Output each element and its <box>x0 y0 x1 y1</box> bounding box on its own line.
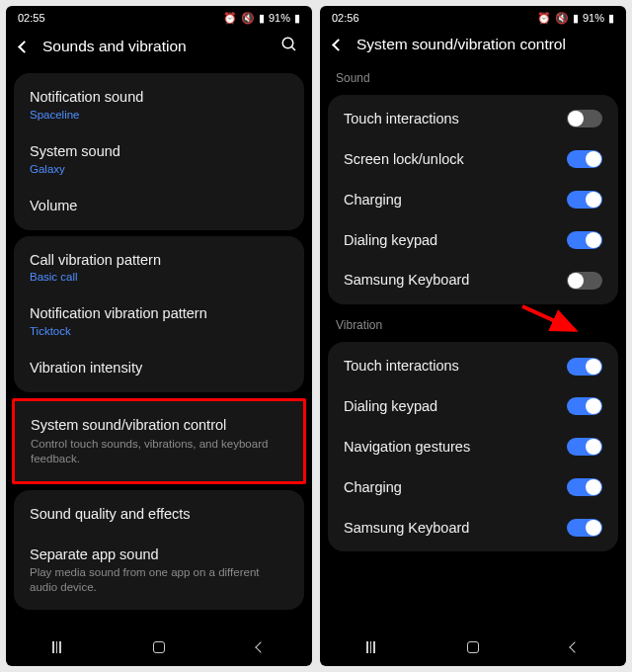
status-bar: 02:55 ⏰ 🔇 ▮ 91% ▮ <box>6 6 312 30</box>
row-label: Navigation gestures <box>344 438 557 457</box>
settings-row[interactable]: Samsung Keyboard <box>328 508 618 548</box>
battery-pct: 91% <box>583 12 604 24</box>
toggle-switch[interactable] <box>567 150 602 168</box>
nav-back[interactable] <box>245 637 276 657</box>
settings-row[interactable]: Separate app soundPlay media sound from … <box>14 535 304 607</box>
toggle-switch[interactable] <box>567 231 602 249</box>
battery-icon: ▮ <box>294 12 300 25</box>
row-subtitle: Play media sound from one app on a diffe… <box>30 565 288 595</box>
toggle-switch[interactable] <box>567 272 602 290</box>
back-icon[interactable] <box>18 41 31 53</box>
row-label: Notification vibration pattern <box>30 304 288 323</box>
row-label: Separate app sound <box>30 546 288 564</box>
row-label: Vibration intensity <box>30 359 288 378</box>
row-label: System sound/vibration control <box>31 416 287 435</box>
settings-row[interactable]: System sound/vibration controlControl to… <box>15 405 303 477</box>
row-value: Ticktock <box>30 325 288 337</box>
status-icons: ⏰ 🔇 ▮ 91% ▮ <box>223 12 300 25</box>
settings-row[interactable]: Call vibration patternBasic call <box>14 240 304 294</box>
row-label: Call vibration pattern <box>30 251 288 270</box>
status-time: 02:55 <box>18 12 45 24</box>
phone-right: 02:56 ⏰ 🔇 ▮ 91% ▮ System sound/vibration… <box>320 6 626 666</box>
row-label: Samsung Keyboard <box>344 519 557 538</box>
row-label: Samsung Keyboard <box>344 271 557 290</box>
alarm-icon: ⏰ <box>537 12 551 25</box>
toggle-switch[interactable] <box>567 397 602 415</box>
battery-icon: ▮ <box>608 12 614 25</box>
settings-row[interactable]: Charging <box>328 180 618 220</box>
settings-group: Touch interactionsDialing keypadNavigati… <box>328 342 618 551</box>
row-label: Touch interactions <box>344 357 557 376</box>
settings-row[interactable]: Dialing keypad <box>328 220 618 261</box>
svg-point-0 <box>282 38 293 48</box>
settings-group: Notification soundSpacelineSystem soundG… <box>14 73 304 230</box>
section-header: Vibration <box>320 310 626 336</box>
row-label: Touch interactions <box>344 110 557 128</box>
section-header: Sound <box>320 63 626 89</box>
row-label: Charging <box>344 478 557 497</box>
row-value: Spaceline <box>30 109 288 121</box>
nav-bar <box>320 629 626 666</box>
svg-line-1 <box>291 46 295 50</box>
toggle-switch[interactable] <box>567 191 602 209</box>
settings-list[interactable]: Notification soundSpacelineSystem soundG… <box>6 67 312 629</box>
signal-icon: ▮ <box>573 12 579 25</box>
row-label: Volume <box>30 197 288 215</box>
nav-home[interactable] <box>143 637 175 657</box>
settings-group: System sound/vibration controlControl to… <box>12 398 306 484</box>
row-label: System sound <box>30 142 288 161</box>
row-label: Charging <box>344 191 557 210</box>
header: System sound/vibration control <box>320 30 626 63</box>
page-title: Sounds and vibration <box>42 38 267 55</box>
settings-row[interactable]: Notification vibration patternTicktock <box>14 294 304 348</box>
page-title: System sound/vibration control <box>356 36 612 53</box>
toggle-switch[interactable] <box>567 358 602 376</box>
status-bar: 02:56 ⏰ 🔇 ▮ 91% ▮ <box>320 6 626 30</box>
status-time: 02:56 <box>332 12 359 24</box>
settings-row[interactable]: Charging <box>328 467 618 508</box>
settings-row[interactable]: Touch interactions <box>328 99 618 139</box>
row-label: Notification sound <box>30 88 288 107</box>
settings-row[interactable]: Sound quality and effects <box>14 494 304 535</box>
row-label: Screen lock/unlock <box>344 150 557 169</box>
settings-row[interactable]: Notification soundSpaceline <box>14 77 304 131</box>
settings-row[interactable]: Volume <box>14 186 304 226</box>
header: Sounds and vibration <box>6 30 312 67</box>
nav-recent[interactable] <box>41 637 73 657</box>
settings-row[interactable]: Navigation gestures <box>328 427 618 467</box>
settings-row[interactable]: Dialing keypad <box>328 386 618 427</box>
nav-recent[interactable] <box>356 637 387 657</box>
row-subtitle: Control touch sounds, vibrations, and ke… <box>31 437 287 466</box>
phone-left: 02:55 ⏰ 🔇 ▮ 91% ▮ Sounds and vibration N… <box>6 6 312 666</box>
nav-bar <box>6 629 312 666</box>
nav-back[interactable] <box>559 637 591 657</box>
row-label: Dialing keypad <box>344 397 557 416</box>
signal-icon: ▮ <box>259 12 265 25</box>
row-value: Basic call <box>30 271 288 283</box>
search-icon[interactable] <box>280 36 298 57</box>
mute-icon: 🔇 <box>555 12 569 25</box>
toggle-switch[interactable] <box>567 110 602 127</box>
battery-pct: 91% <box>269 12 290 24</box>
settings-group: Sound quality and effectsSeparate app so… <box>14 490 304 611</box>
mute-icon: 🔇 <box>241 12 255 25</box>
row-value: Galaxy <box>30 163 288 175</box>
settings-row[interactable]: Samsung Keyboard <box>328 260 618 300</box>
row-label: Sound quality and effects <box>30 505 288 524</box>
toggle-switch[interactable] <box>567 519 602 537</box>
settings-group: Touch interactionsScreen lock/unlockChar… <box>328 95 618 304</box>
settings-row[interactable]: Touch interactions <box>328 346 618 386</box>
alarm-icon: ⏰ <box>223 12 237 25</box>
toggle-switch[interactable] <box>567 478 602 496</box>
settings-list[interactable]: SoundTouch interactionsScreen lock/unloc… <box>320 63 626 629</box>
status-icons: ⏰ 🔇 ▮ 91% ▮ <box>537 12 614 25</box>
settings-row[interactable]: Screen lock/unlock <box>328 139 618 180</box>
back-icon[interactable] <box>332 39 345 51</box>
settings-row[interactable]: Vibration intensity <box>14 348 304 388</box>
toggle-switch[interactable] <box>567 438 602 456</box>
settings-group: Call vibration patternBasic callNotifica… <box>14 236 304 393</box>
nav-home[interactable] <box>457 637 489 657</box>
row-label: Dialing keypad <box>344 231 557 250</box>
settings-row[interactable]: System soundGalaxy <box>14 131 304 186</box>
